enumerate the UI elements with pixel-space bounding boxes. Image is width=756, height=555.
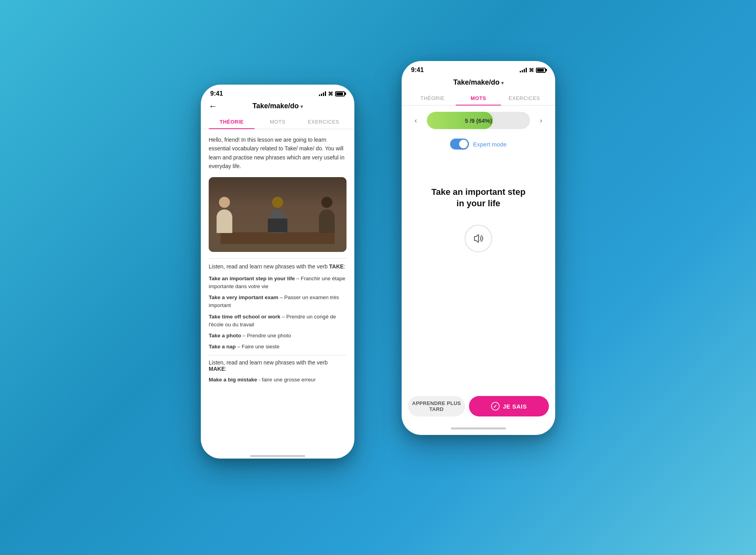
progress-bar: 5 /9 (64%)	[427, 112, 530, 129]
status-time-right: 9:41	[411, 67, 424, 74]
expert-mode-row: Expert mode	[402, 139, 555, 150]
signal-icon	[319, 91, 326, 96]
tabs-right: THÉORIE MOTS EXERCICES	[402, 91, 555, 105]
toggle-knob	[459, 140, 468, 148]
status-time-left: 9:41	[210, 90, 223, 97]
tab-mots-left[interactable]: MOTS	[255, 115, 301, 129]
phrase-take-4: Take a photo – Prendre une photo	[209, 332, 346, 340]
section-make-intro: Listen, read and learn new phrases with …	[209, 359, 346, 372]
nav-header-left: ← Take/make/do ▾	[201, 100, 354, 115]
lesson-title-left: Take/make/do	[252, 102, 299, 110]
battery-icon-right	[536, 68, 546, 73]
status-icons-left: ⌘	[319, 91, 345, 97]
intro-text: Hello, friend! In this lesson we are goi…	[209, 135, 346, 171]
divider-2	[209, 355, 346, 355]
nav-title-left: Take/make/do ▾	[252, 102, 303, 110]
phrase-list-make: Make a big mistake - faire une grosse er…	[209, 376, 346, 384]
back-button[interactable]: ←	[209, 101, 217, 111]
tab-theorie-left[interactable]: THÉORIE	[209, 115, 255, 129]
lesson-image	[209, 177, 346, 252]
home-bar-right	[451, 427, 506, 429]
learn-later-button[interactable]: APPRENDRE PLUS TARD	[408, 396, 465, 416]
phone-left: 9:41 ⌘ ← Take/make/do ▾	[201, 85, 354, 459]
phone-right: 9:41 ⌘ Take/make/do ▾	[402, 61, 555, 435]
phrase-take-2: Take a very important exam – Passer un e…	[209, 294, 346, 310]
tab-exercices-left[interactable]: EXERCICES	[300, 115, 346, 129]
image-scene	[209, 177, 346, 252]
audio-button[interactable]	[465, 225, 492, 252]
i-know-button[interactable]: ✓ JE SAIS	[469, 396, 549, 416]
know-button-label: JE SAIS	[503, 403, 527, 410]
expert-mode-label: Expert mode	[473, 141, 506, 148]
home-bar-left	[250, 455, 305, 457]
battery-icon	[335, 91, 345, 96]
flashcard-area: Take an important stepin your life	[410, 157, 547, 281]
home-indicator-left	[201, 452, 354, 459]
phone-left-content: Hello, friend! In this lesson we are goi…	[201, 129, 354, 452]
check-icon: ✓	[491, 402, 500, 411]
person3	[319, 197, 335, 233]
bottom-actions: APPRENDRE PLUS TARD ✓ JE SAIS	[402, 390, 555, 424]
right-phone-content: ‹ 5 /9 (64%) › Expert mode Take an impor…	[402, 105, 555, 434]
nav-header-right: Take/make/do ▾	[402, 77, 555, 91]
dropdown-arrow-right[interactable]: ▾	[501, 80, 504, 86]
dropdown-arrow-left[interactable]: ▾	[300, 104, 303, 109]
progress-section: ‹ 5 /9 (64%) ›	[402, 105, 555, 135]
tab-theorie-right[interactable]: THÉORIE	[410, 91, 456, 105]
signal-icon-right	[520, 68, 527, 72]
nav-title-right: Take/make/do ▾	[453, 78, 504, 87]
lesson-title-right: Take/make/do	[453, 78, 500, 87]
wifi-icon-right: ⌘	[529, 67, 534, 73]
section-take-intro: Listen, read and learn new phrases with …	[209, 263, 346, 271]
table-shape	[220, 232, 335, 244]
expert-mode-toggle[interactable]	[450, 139, 469, 150]
divider-1	[209, 258, 346, 259]
status-bar-left: 9:41 ⌘	[201, 85, 354, 100]
phrase-make-1: Make a big mistake - faire une grosse er…	[209, 376, 346, 384]
phones-container: 9:41 ⌘ ← Take/make/do ▾	[201, 61, 555, 494]
audio-icon	[472, 232, 485, 245]
laptop-shape	[268, 218, 287, 232]
home-indicator-right	[402, 424, 555, 434]
tabs-left: THÉORIE MOTS EXERCICES	[201, 115, 354, 129]
next-card-button[interactable]: ›	[535, 114, 547, 127]
phrase-take-1: Take an important step in your life – Fr…	[209, 275, 346, 291]
status-icons-right: ⌘	[520, 67, 546, 73]
wifi-icon: ⌘	[328, 91, 333, 97]
flashcard-phrase: Take an important stepin your life	[431, 187, 525, 209]
phrase-list-take: Take an important step in your life – Fr…	[209, 275, 346, 351]
phrase-take-3: Take time off school or work – Prendre u…	[209, 313, 346, 329]
person1	[217, 197, 232, 233]
tab-exercices-right[interactable]: EXERCICES	[501, 91, 547, 105]
phrase-take-5: Take a nap – Faire une sieste	[209, 343, 346, 351]
progress-label: 5 /9 (64%)	[427, 112, 530, 129]
prev-card-button[interactable]: ‹	[410, 114, 422, 127]
tab-mots-right[interactable]: MOTS	[456, 91, 502, 105]
status-bar-right: 9:41 ⌘	[402, 61, 555, 77]
